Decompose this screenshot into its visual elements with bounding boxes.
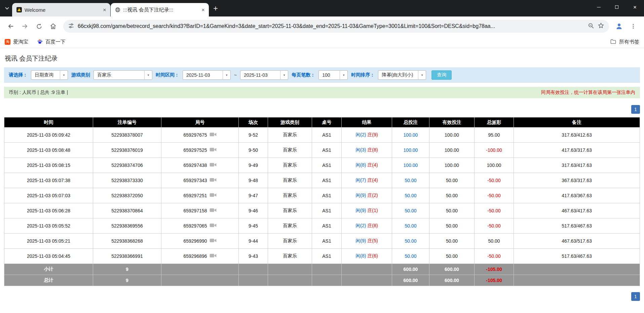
url-text[interactable]: 66cxkj98.com/game/betrecord_search/kind3… xyxy=(78,23,584,29)
cell-table-no: AS1 xyxy=(312,128,342,143)
summary-bar: 币别 : 人民币 | 总共 :9 注单 | 同局有效投注，统一计算在该局第一张注… xyxy=(4,87,640,98)
cell-table-no: AS1 xyxy=(312,234,342,249)
result-banker: 庄(4) xyxy=(368,177,378,183)
site-settings-icon[interactable] xyxy=(68,23,74,30)
cell-payout: 95.00 xyxy=(475,128,514,143)
total-bet-link[interactable]: 50.00 xyxy=(405,178,416,183)
round-id: 659297251 xyxy=(183,193,207,198)
cell-session: 9-52 xyxy=(239,128,268,143)
cell-game-type: 百家乐 xyxy=(268,173,312,188)
bookmark-baidu[interactable]: 百度一下 xyxy=(37,39,66,45)
total-count: 9 xyxy=(93,275,161,286)
search-button[interactable]: 查询 xyxy=(431,70,452,80)
cell-round-id: 659297438 xyxy=(161,158,239,173)
per-page-select[interactable]: 100 ▼ xyxy=(318,70,348,80)
table-row: 2025-11-03 05:06:28 522938370864 6592971… xyxy=(4,203,640,218)
result-player: 闲(8) xyxy=(355,253,366,258)
bookmark-star-icon[interactable] xyxy=(598,22,604,30)
cell-note: 517.63/467.63 xyxy=(514,218,640,234)
chevron-down-icon: ▼ xyxy=(340,71,347,79)
welcome-favicon-icon xyxy=(16,7,22,13)
total-bet-link[interactable]: 50.00 xyxy=(405,253,416,259)
cell-result: 闲(2)庄(8) xyxy=(342,218,392,234)
total-bet-link[interactable]: 100.00 xyxy=(404,132,418,138)
tab-welcome[interactable]: Welcome × xyxy=(12,3,110,16)
profile-avatar-icon[interactable] xyxy=(612,20,626,33)
total-bet-link[interactable]: 50.00 xyxy=(405,223,416,229)
refresh-icon[interactable] xyxy=(32,20,46,33)
page-1-button[interactable]: 1 xyxy=(631,292,640,301)
video-replay-icon[interactable] xyxy=(210,193,217,199)
maximize-button[interactable] xyxy=(608,0,626,14)
result-banker: 庄(9) xyxy=(368,132,378,137)
all-bookmarks-label: 所有书签 xyxy=(619,39,639,45)
cell-total-bet: 50.00 xyxy=(392,234,429,249)
empty-cell xyxy=(342,264,392,275)
subtotal-total-bet: 600.00 xyxy=(392,264,429,275)
home-icon[interactable] xyxy=(46,20,60,33)
date-end-select[interactable]: 2025-11-03 ▼ xyxy=(240,70,288,80)
header-time: 时间 xyxy=(4,117,93,128)
subtotal-label: 小计 xyxy=(4,264,93,275)
tab-close-icon[interactable]: × xyxy=(103,7,106,13)
cell-bet-id: 522938369556 xyxy=(93,218,161,234)
total-bet-link[interactable]: 50.00 xyxy=(405,193,416,198)
new-tab-button[interactable]: + xyxy=(213,4,218,12)
cell-valid-bet: 100.00 xyxy=(429,158,475,173)
cell-session: 9-43 xyxy=(239,249,268,264)
cell-time: 2025-11-03 05:08:15 xyxy=(4,158,93,173)
tab-title: :::视讯 会员下注纪录::: xyxy=(123,7,199,13)
tab-bet-records[interactable]: :::视讯 会员下注纪录::: × xyxy=(111,3,209,16)
video-replay-icon[interactable] xyxy=(210,253,217,259)
video-replay-icon[interactable] xyxy=(210,162,217,168)
currency-summary: 币别 : 人民币 | 总共 :9 注单 | xyxy=(9,90,68,96)
video-replay-icon[interactable] xyxy=(210,223,217,229)
cell-round-id: 659297065 xyxy=(161,218,239,234)
cell-payout: -50.00 xyxy=(475,203,514,218)
all-bookmarks[interactable]: 所有书签 xyxy=(610,38,639,46)
query-type-select[interactable]: 日期查询 ▼ xyxy=(31,70,68,80)
back-icon[interactable] xyxy=(4,20,17,33)
forward-icon[interactable] xyxy=(18,20,32,33)
video-replay-icon[interactable] xyxy=(210,238,217,244)
total-bet-link[interactable]: 100.00 xyxy=(404,147,418,153)
cell-game-type: 百家乐 xyxy=(268,128,312,143)
cell-game-type: 百家乐 xyxy=(268,203,312,218)
header-bet-id: 注单编号 xyxy=(93,117,161,128)
table-row: 2025-11-03 05:05:21 522938368268 6592969… xyxy=(4,234,640,249)
zoom-icon[interactable] xyxy=(588,23,594,30)
cell-table-no: AS1 xyxy=(312,188,342,203)
cell-result: 闲(9)庄(1) xyxy=(342,203,392,218)
cell-bet-id: 522938378007 xyxy=(93,128,161,143)
table-header-row: 时间 注单编号 局号 场次 游戏类别 桌号 结果 总投注 有效投注 总派彩 备注 xyxy=(4,117,640,128)
result-player: 闲(2) xyxy=(355,223,366,228)
total-bet-link[interactable]: 100.00 xyxy=(404,163,418,168)
sort-select[interactable]: 降幂(由大到小) ▼ xyxy=(378,70,426,80)
cell-payout: -50.00 xyxy=(475,173,514,188)
video-replay-icon[interactable] xyxy=(210,132,217,138)
bookmark-taobao[interactable]: 淘 爱淘宝 xyxy=(5,39,28,45)
total-bet-link[interactable]: 50.00 xyxy=(405,238,416,244)
menu-kebab-icon[interactable] xyxy=(627,20,640,33)
chevron-down-icon: ▼ xyxy=(280,71,288,79)
tab-search-icon[interactable] xyxy=(2,3,12,13)
game-type-select[interactable]: 百家乐 ▼ xyxy=(93,70,152,80)
subtotal-payout: -105.00 xyxy=(475,264,514,275)
bookmark-label: 百度一下 xyxy=(45,39,66,45)
page-1-button[interactable]: 1 xyxy=(631,105,640,114)
tab-close-icon[interactable]: × xyxy=(201,7,205,13)
close-button[interactable]: × xyxy=(626,0,644,14)
per-page-value: 100 xyxy=(319,71,340,79)
video-replay-icon[interactable] xyxy=(210,147,217,153)
cell-time: 2025-11-03 05:05:21 xyxy=(4,234,93,249)
address-bar[interactable]: 66cxkj98.com/game/betrecord_search/kind3… xyxy=(63,20,609,33)
result-banker: 庄(4) xyxy=(368,162,378,168)
cell-table-no: AS1 xyxy=(312,143,342,158)
video-replay-icon[interactable] xyxy=(210,208,217,214)
minimize-button[interactable] xyxy=(590,0,608,14)
date-start-select[interactable]: 2025-11-03 ▼ xyxy=(183,70,231,80)
header-payout: 总派彩 xyxy=(475,117,514,128)
total-bet-link[interactable]: 50.00 xyxy=(405,208,416,213)
video-replay-icon[interactable] xyxy=(210,177,217,183)
chevron-down-icon: ▼ xyxy=(223,71,230,79)
